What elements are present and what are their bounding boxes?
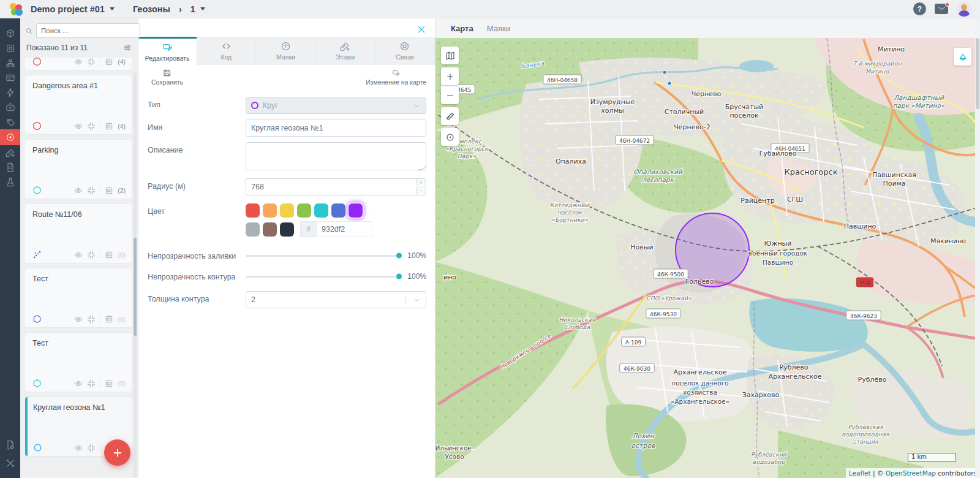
color-swatch[interactable] <box>246 222 260 237</box>
user-avatar[interactable] <box>957 2 971 17</box>
notifications-button[interactable] <box>935 4 948 14</box>
list-scrollbar[interactable] <box>134 72 137 478</box>
tab-редактировать[interactable]: Редактировать <box>138 37 197 65</box>
sidebar-item-objects[interactable] <box>0 26 20 41</box>
color-swatch[interactable] <box>263 203 277 218</box>
linked-items-button[interactable] <box>105 379 113 388</box>
map-canvas[interactable]: 46Н-0465846Н-464546Н-0467246Н-0465146К-9… <box>435 38 975 478</box>
draw-circle-tool-button[interactable] <box>441 128 459 146</box>
geofence-card[interactable]: Dangerous area #1(4) <box>25 75 132 134</box>
breadcrumb-caret-icon[interactable] <box>200 7 205 10</box>
project-caret-icon[interactable] <box>110 7 115 10</box>
tab-этажи[interactable]: Этажи <box>316 37 375 65</box>
search-input[interactable] <box>36 23 140 38</box>
sidebar-item-automation[interactable] <box>0 85 20 100</box>
focus-on-map-button[interactable] <box>87 186 96 195</box>
fill-opacity-thumb[interactable] <box>396 253 402 259</box>
map-3d-tool-button[interactable] <box>954 48 971 66</box>
visibility-toggle[interactable] <box>74 444 83 452</box>
list-scrollbar-thumb[interactable] <box>134 238 137 336</box>
color-swatch[interactable] <box>349 203 363 218</box>
geofence-card[interactable]: Тест(0) <box>25 268 132 327</box>
page-scrollbar[interactable] <box>975 18 980 478</box>
map-change-button[interactable]: Изменение на карте <box>366 69 426 86</box>
measure-tool-button[interactable] <box>441 107 459 125</box>
radius-increment-button[interactable]: + <box>417 180 425 186</box>
geofence-card[interactable]: Тест(0) <box>25 333 132 392</box>
color-swatch[interactable] <box>280 203 294 218</box>
focus-on-map-button[interactable] <box>87 251 96 259</box>
page-scrollbar-thumb[interactable] <box>976 38 979 109</box>
beacon-marker-icon[interactable] <box>668 82 671 85</box>
zoom-out-button[interactable] <box>441 86 459 104</box>
help-button[interactable]: ? <box>913 2 926 15</box>
color-swatch[interactable] <box>331 203 345 218</box>
focus-on-map-button[interactable] <box>87 379 96 388</box>
linked-items-button[interactable] <box>105 58 113 66</box>
beacon-marker-icon[interactable] <box>663 70 666 74</box>
linked-items-button[interactable] <box>105 251 113 259</box>
map-label: СПО «Урожай» <box>646 295 692 302</box>
stroke-opacity-thumb[interactable] <box>396 274 402 279</box>
tab-код[interactable]: Код <box>197 37 256 65</box>
linked-items-button[interactable] <box>105 186 113 195</box>
focus-on-map-button[interactable] <box>87 122 96 131</box>
stroke-opacity-slider[interactable] <box>246 270 401 283</box>
sidebar-item-measure[interactable] <box>0 145 20 160</box>
name-input[interactable] <box>246 120 426 137</box>
sidebar-item-devices[interactable] <box>0 70 20 85</box>
shrink-icon <box>87 251 96 259</box>
fill-opacity-slider[interactable] <box>246 249 401 262</box>
breadcrumb-section[interactable]: Геозоны <box>133 4 170 14</box>
visibility-toggle[interactable] <box>74 251 83 259</box>
save-button[interactable]: Сохранить <box>151 69 183 86</box>
map-tab-маяки[interactable]: Маяки <box>487 24 510 33</box>
visibility-toggle[interactable] <box>74 315 83 324</box>
sidebar-item-reports[interactable] <box>0 438 20 452</box>
tab-маяки[interactable]: Маяки <box>256 37 315 65</box>
geofence-card[interactable]: (4) <box>25 58 132 70</box>
breadcrumb-item[interactable]: 1 <box>190 4 195 14</box>
sidebar-item-documents[interactable] <box>0 160 20 175</box>
focus-on-map-button[interactable] <box>87 444 96 452</box>
map-tab-карта[interactable]: Карта <box>451 24 473 33</box>
focus-on-map-button[interactable] <box>87 315 96 324</box>
linked-items-button[interactable] <box>105 315 113 324</box>
sidebar-item-lab[interactable] <box>0 175 20 189</box>
sidebar-item-structure[interactable] <box>0 56 20 70</box>
type-select[interactable]: Круг <box>246 97 426 114</box>
radius-decrement-button[interactable]: − <box>417 188 425 194</box>
sidebar-item-tags[interactable] <box>0 115 20 129</box>
close-editor-button[interactable] <box>417 25 426 34</box>
visibility-toggle[interactable] <box>74 379 83 388</box>
add-geofence-button[interactable] <box>104 439 130 466</box>
map-layers-button[interactable] <box>441 47 459 64</box>
visibility-toggle[interactable] <box>74 122 83 131</box>
geofence-card[interactable]: Parking(2) <box>25 140 132 199</box>
stroke-width-select[interactable]: 2 | <box>246 291 426 308</box>
color-swatch[interactable] <box>263 222 277 237</box>
visibility-toggle[interactable] <box>74 186 83 195</box>
sidebar-item-tools[interactable] <box>0 456 20 471</box>
project-switcher[interactable]: Demo project #01 <box>31 4 105 14</box>
tab-связи[interactable]: Связи <box>375 37 435 65</box>
geofence-card[interactable]: Route №11/06(0) <box>25 204 132 263</box>
app-logo-icon[interactable] <box>9 2 23 17</box>
hex-color-input[interactable]: 932df2 <box>316 221 372 237</box>
zoom-in-button[interactable] <box>441 67 459 85</box>
color-swatch[interactable] <box>280 222 294 237</box>
sidebar-item-geofences[interactable] <box>0 129 20 145</box>
focus-on-map-button[interactable] <box>87 58 96 66</box>
radius-input[interactable] <box>246 178 426 195</box>
description-textarea[interactable] <box>246 142 426 170</box>
color-swatch[interactable] <box>297 203 311 218</box>
color-swatch[interactable] <box>314 203 328 218</box>
color-swatch[interactable] <box>246 203 260 218</box>
sidebar-item-plans[interactable] <box>0 41 20 56</box>
leaflet-link[interactable]: Leaflet <box>849 469 871 477</box>
sidebar-item-tasks[interactable] <box>0 100 20 115</box>
filter-sliders-icon[interactable] <box>123 44 132 52</box>
visibility-toggle[interactable] <box>74 58 83 66</box>
linked-items-button[interactable] <box>105 122 113 131</box>
osm-link[interactable]: OpenStreetMap <box>886 469 936 477</box>
